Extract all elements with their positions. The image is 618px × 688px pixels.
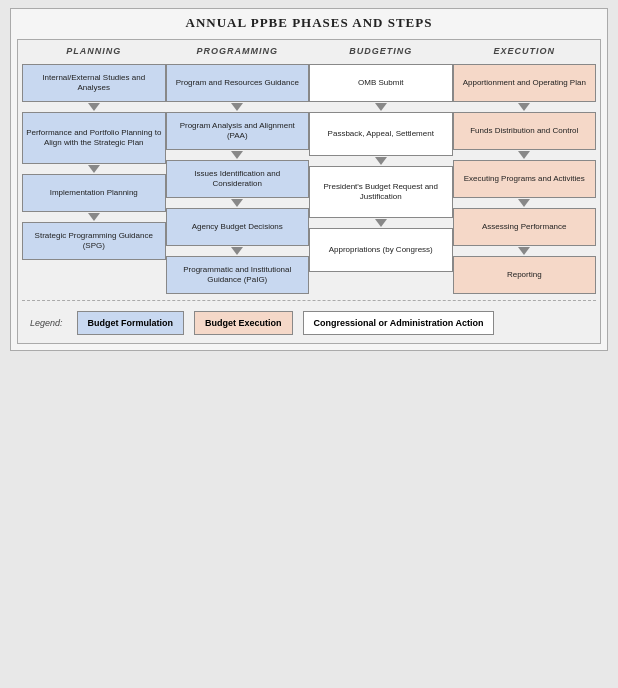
- main-title: ANNUAL PPBE PHASES AND STEPS: [17, 15, 601, 31]
- execution-box-4: Assessing Performance: [453, 208, 597, 246]
- planning-box-2: Performance and Portfolio Planning to Al…: [22, 112, 166, 164]
- budgeting-header-col: BUDGETING: [309, 46, 453, 60]
- execution-header-col: EXECUTION: [453, 46, 597, 60]
- arrow-down: [231, 103, 243, 111]
- diagram-area: PLANNING PROGRAMMING BUDGETING EXECUTION…: [17, 39, 601, 344]
- legend-area: Legend: Budget Formulation Budget Execut…: [22, 307, 596, 339]
- budgeting-col: OMB Submit Passback, Appeal, Settlement …: [309, 64, 453, 294]
- arrow-down: [231, 247, 243, 255]
- planning-header-col: PLANNING: [22, 46, 166, 60]
- execution-box-3: Executing Programs and Activities: [453, 160, 597, 198]
- programming-box-4: Agency Budget Decisions: [166, 208, 310, 246]
- execution-col: Apportionment and Operating Plan Funds D…: [453, 64, 597, 294]
- legend-budget-formulation: Budget Formulation: [77, 311, 185, 335]
- planning-box-1: Internal/External Studies and Analyses: [22, 64, 166, 102]
- arrow-down: [231, 199, 243, 207]
- budgeting-box-1: OMB Submit: [309, 64, 453, 102]
- budgeting-header: BUDGETING: [349, 46, 412, 56]
- arrow-down: [88, 213, 100, 221]
- arrow-down: [518, 103, 530, 111]
- execution-box-1: Apportionment and Operating Plan: [453, 64, 597, 102]
- arrow-down: [518, 247, 530, 255]
- programming-box-2: Program Analysis and Alignment (PAA): [166, 112, 310, 150]
- outer-container: ANNUAL PPBE PHASES AND STEPS PLANNING PR…: [10, 8, 608, 351]
- arrow-down: [518, 199, 530, 207]
- legend-congressional: Congressional or Administration Action: [303, 311, 495, 335]
- planning-header: PLANNING: [66, 46, 121, 56]
- programming-box-1: Program and Resources Guidance: [166, 64, 310, 102]
- arrow-down: [375, 219, 387, 227]
- columns-wrapper: Internal/External Studies and Analyses P…: [22, 64, 596, 294]
- arrow-down: [231, 151, 243, 159]
- execution-box-2: Funds Distribution and Control: [453, 112, 597, 150]
- phase-headers: PLANNING PROGRAMMING BUDGETING EXECUTION: [22, 46, 596, 60]
- arrow-down: [375, 103, 387, 111]
- programming-header: PROGRAMMING: [197, 46, 279, 56]
- arrow-down: [375, 157, 387, 165]
- planning-box-4: Strategic Programming Guidance (SPG): [22, 222, 166, 260]
- planning-col: Internal/External Studies and Analyses P…: [22, 64, 166, 294]
- arrow-down: [518, 151, 530, 159]
- programming-col: Program and Resources Guidance Program A…: [166, 64, 310, 294]
- legend-label: Legend:: [30, 318, 63, 328]
- programming-box-5: Programmatic and Institutional Guidance …: [166, 256, 310, 294]
- execution-box-5: Reporting: [453, 256, 597, 294]
- planning-box-3: Implementation Planning: [22, 174, 166, 212]
- arrow-down: [88, 103, 100, 111]
- budgeting-box-2: Passback, Appeal, Settlement: [309, 112, 453, 156]
- budgeting-box-3: President's Budget Request and Justifica…: [309, 166, 453, 218]
- arrow-down: [88, 165, 100, 173]
- execution-header: EXECUTION: [493, 46, 555, 56]
- budgeting-box-4: Appropriations (by Congress): [309, 228, 453, 272]
- programming-header-col: PROGRAMMING: [166, 46, 310, 60]
- programming-box-3: Issues Identification and Consideration: [166, 160, 310, 198]
- separator-line: [22, 300, 596, 301]
- legend-budget-execution: Budget Execution: [194, 311, 293, 335]
